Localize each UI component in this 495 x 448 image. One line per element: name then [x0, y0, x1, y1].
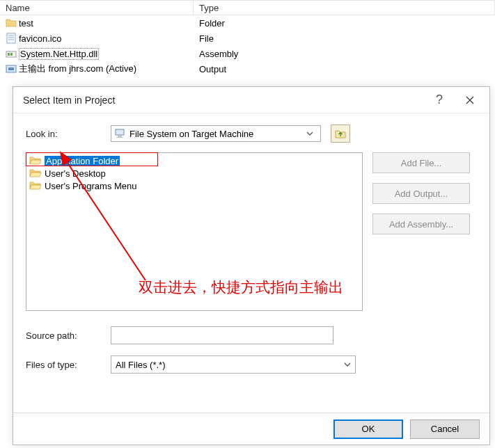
files-of-type-label: Files of type: [26, 360, 104, 370]
output-icon [6, 63, 17, 74]
folder-open-icon [29, 180, 42, 191]
tree-item-application-folder[interactable]: Application Folder [29, 154, 359, 167]
assembly-icon [6, 48, 17, 59]
folder-up-icon [334, 127, 347, 140]
cancel-button[interactable]: Cancel [410, 419, 480, 439]
chevron-down-icon [306, 131, 317, 136]
folder-open-icon [29, 168, 42, 179]
source-path-field[interactable] [111, 326, 333, 344]
col-header-name[interactable]: Name [0, 0, 194, 15]
titlebar: Select Item in Project ? [13, 87, 489, 113]
folder-tree[interactable]: Application Folder User's Desktop User's… [26, 152, 363, 311]
folder-open-icon [29, 155, 42, 166]
table-row[interactable]: System.Net.Http.dll Assembly [0, 46, 495, 61]
help-button[interactable]: ? [424, 89, 455, 111]
tree-item-users-desktop[interactable]: User's Desktop [29, 167, 359, 179]
folder-icon [6, 17, 17, 29]
svg-rect-10 [118, 136, 122, 137]
svg-rect-0 [7, 33, 15, 43]
svg-rect-6 [10, 53, 13, 56]
files-of-type-value: All Files (*.*) [116, 360, 166, 370]
dialog-title: Select Item in Project [23, 95, 424, 106]
tree-item-users-programs-menu[interactable]: User's Programs Menu [29, 179, 359, 192]
svg-rect-5 [8, 53, 10, 56]
chevron-down-icon [344, 362, 351, 367]
add-file-button[interactable]: Add File... [372, 152, 470, 173]
row-type: Output [194, 64, 495, 74]
select-item-dialog: Select Item in Project ? Look in: File S… [13, 86, 490, 445]
svg-rect-11 [116, 137, 123, 138]
lookin-label: Look in: [26, 129, 104, 139]
row-type: Assembly [194, 49, 495, 59]
file-icon [6, 33, 17, 44]
tree-label: User's Programs Menu [45, 181, 137, 191]
table-row[interactable]: test Folder [0, 15, 495, 31]
row-type: File [194, 33, 495, 44]
row-name: System.Net.Http.dll [19, 49, 99, 59]
tree-label: User's Desktop [45, 168, 106, 179]
row-name: 主输出 from jhrs.com (Active) [19, 63, 136, 75]
svg-rect-9 [116, 129, 124, 135]
table-row[interactable]: favicon.ico File [0, 31, 495, 46]
add-assembly-button[interactable]: Add Assembly... [372, 214, 470, 234]
lookin-value: File System on Target Machine [129, 129, 302, 139]
close-button[interactable] [455, 89, 485, 111]
dialog-button-bar: OK Cancel [13, 413, 489, 445]
row-name: test [19, 18, 33, 29]
ok-button[interactable]: OK [333, 419, 403, 439]
add-output-button[interactable]: Add Output... [372, 183, 470, 204]
lookin-select[interactable]: File System on Target Machine [111, 125, 321, 142]
computer-icon [114, 128, 125, 139]
source-path-label: Source path: [26, 330, 104, 341]
files-of-type-select[interactable]: All Files (*.*) [111, 355, 356, 374]
row-name: favicon.ico [19, 33, 61, 44]
row-type: Folder [194, 18, 495, 29]
svg-rect-8 [8, 67, 14, 70]
table-row[interactable]: 主输出 from jhrs.com (Active) Output [0, 61, 495, 77]
up-one-level-button[interactable] [331, 125, 350, 143]
tree-label: Application Folder [45, 156, 120, 166]
col-header-type[interactable]: Type [194, 0, 495, 15]
close-icon [466, 96, 474, 104]
